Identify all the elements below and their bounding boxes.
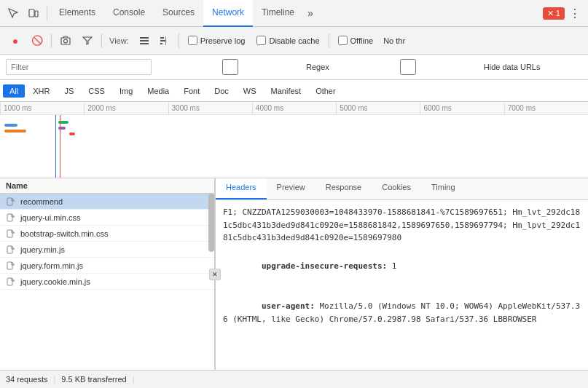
status-sep-1: | (53, 375, 55, 384)
tab-cookies[interactable]: Cookies (372, 178, 421, 199)
tab-bar: Elements Console Sources Network Timelin… (0, 0, 588, 27)
tick-1000: 1000 ms (0, 102, 84, 114)
filter-bar: Regex Hide data URLs (0, 55, 588, 80)
header-user-agent: user-agent: Mozilla/5.0 (Windows NT 10.0… (223, 288, 581, 338)
more-tabs-button[interactable]: » (303, 4, 318, 22)
tab-response[interactable]: Response (315, 178, 372, 199)
file-icon (6, 277, 16, 287)
tick-6000: 6000 ms (420, 102, 503, 114)
timeline-area: 1000 ms 2000 ms 3000 ms 4000 ms 5000 ms … (0, 102, 588, 178)
stop-button[interactable]: 🚫 (28, 31, 47, 50)
device-toggle-icon[interactable] (23, 3, 44, 23)
svg-rect-7 (160, 37, 164, 39)
camera-button[interactable] (56, 31, 75, 50)
toolbar-divider-2 (101, 33, 102, 48)
disable-cache-checkbox[interactable]: Disable cache (256, 36, 319, 45)
scrollbar-thumb[interactable] (208, 194, 214, 252)
upgrade-value: 1 (387, 261, 396, 271)
network-toolbar: ● 🚫 View: (0, 27, 588, 55)
svg-rect-4 (140, 37, 149, 39)
main-split: Name recommend jquery-ui.min.css bootstr… (0, 178, 588, 370)
type-filter-bar: All XHR JS CSS Img Media Font Doc WS Man… (0, 80, 588, 102)
hide-data-urls-checkbox[interactable]: Hide data URLs (335, 59, 541, 75)
type-btn-font[interactable]: Font (177, 84, 206, 98)
svg-rect-8 (160, 40, 166, 41)
type-btn-manifest[interactable]: Manifest (264, 84, 308, 98)
tick-4000: 4000 ms (252, 102, 336, 114)
no-throttle-label: No thr (383, 36, 405, 45)
tab-timing[interactable]: Timing (421, 178, 466, 199)
preserve-log-checkbox[interactable]: Preserve log (188, 36, 246, 45)
type-btn-doc[interactable]: Doc (208, 84, 235, 98)
svg-point-3 (64, 39, 68, 43)
detail-tabs: Headers Preview Response Cookies Timing (216, 178, 588, 200)
svg-rect-10 (165, 36, 166, 45)
svg-rect-6 (140, 43, 149, 44)
tab-elements[interactable]: Elements (50, 0, 104, 27)
view-icons (135, 31, 174, 50)
svg-rect-9 (160, 43, 162, 44)
type-btn-all[interactable]: All (3, 84, 25, 98)
detail-pane: Headers Preview Response Cookies Timing … (216, 178, 588, 370)
svg-rect-5 (140, 40, 149, 41)
transferred-size: 9.5 KB transferred (61, 375, 126, 384)
list-item[interactable]: jquery.min.js (0, 242, 214, 258)
tick-5000: 5000 ms (336, 102, 420, 114)
offline-checkbox[interactable]: Offline (338, 36, 374, 45)
vline-blue (55, 115, 56, 178)
close-pane-button[interactable]: ✕ (209, 269, 221, 280)
requests-count: 34 requests (6, 375, 47, 384)
tab-preview[interactable]: Preview (267, 178, 315, 199)
record-button[interactable]: ● (6, 31, 25, 50)
header-text-1: F1; CNZZDATA1259030003=1048433970-158868… (223, 206, 581, 245)
tab-timeline[interactable]: Timeline (253, 0, 303, 27)
inspect-icon[interactable] (3, 3, 23, 23)
pane-divider[interactable]: ✕ (215, 178, 216, 370)
tab-divider (47, 6, 47, 20)
list-item[interactable]: jquery.form.min.js (0, 258, 214, 274)
tick-3000: 3000 ms (168, 102, 252, 114)
close-error-button[interactable]: ✕ 1 (543, 7, 565, 20)
list-item[interactable]: jquery.cookie.min.js (0, 274, 214, 290)
toolbar-divider-3 (179, 33, 179, 48)
header-upgrade: upgrade-insecure-requests: 1 (223, 248, 581, 286)
svg-rect-2 (61, 38, 70, 44)
file-list-pane: Name recommend jquery-ui.min.css bootstr… (0, 178, 215, 370)
file-list-scroll[interactable]: recommend jquery-ui.min.css bootstrap-sw… (0, 194, 214, 370)
toolbar-divider-1 (51, 33, 52, 48)
upgrade-key: upgrade-insecure-requests: (262, 261, 387, 271)
type-btn-media[interactable]: Media (141, 84, 176, 98)
waterfall-view-button[interactable] (155, 31, 174, 50)
type-btn-js[interactable]: JS (58, 84, 80, 98)
detail-content: F1; CNZZDATA1259030003=1048433970-158868… (216, 200, 588, 370)
regex-checkbox[interactable]: Regex (157, 59, 329, 75)
svg-rect-0 (29, 9, 34, 17)
tick-7000: 7000 ms (504, 102, 588, 114)
type-btn-css[interactable]: CSS (82, 84, 111, 98)
tick-2000: 2000 ms (84, 102, 168, 114)
filter-input[interactable] (6, 59, 152, 75)
filter-button[interactable] (78, 31, 97, 50)
file-icon (6, 197, 16, 207)
list-item[interactable]: jquery-ui.min.css (0, 210, 214, 226)
type-btn-other[interactable]: Other (309, 84, 342, 98)
type-btn-ws[interactable]: WS (237, 84, 263, 98)
tab-sources[interactable]: Sources (154, 0, 203, 27)
status-sep-2: | (133, 375, 135, 384)
list-item[interactable]: bootstrap-switch.min.css (0, 226, 214, 242)
file-icon (6, 229, 16, 239)
timeline-ruler: 1000 ms 2000 ms 3000 ms 4000 ms 5000 ms … (0, 102, 588, 115)
file-icon (6, 213, 16, 223)
vline-red (60, 115, 60, 178)
tab-console[interactable]: Console (104, 0, 154, 27)
timeline-canvas (0, 115, 588, 178)
more-options-button[interactable]: ⋮ (565, 4, 585, 23)
list-item[interactable]: recommend (0, 194, 214, 210)
type-btn-xhr[interactable]: XHR (26, 84, 56, 98)
tab-network[interactable]: Network (203, 0, 253, 27)
user-agent-key: user-agent: (262, 301, 315, 311)
status-bar: 34 requests | 9.5 KB transferred | (0, 370, 588, 388)
tab-headers[interactable]: Headers (216, 178, 267, 199)
list-view-button[interactable] (135, 31, 154, 50)
type-btn-img[interactable]: Img (113, 84, 139, 98)
